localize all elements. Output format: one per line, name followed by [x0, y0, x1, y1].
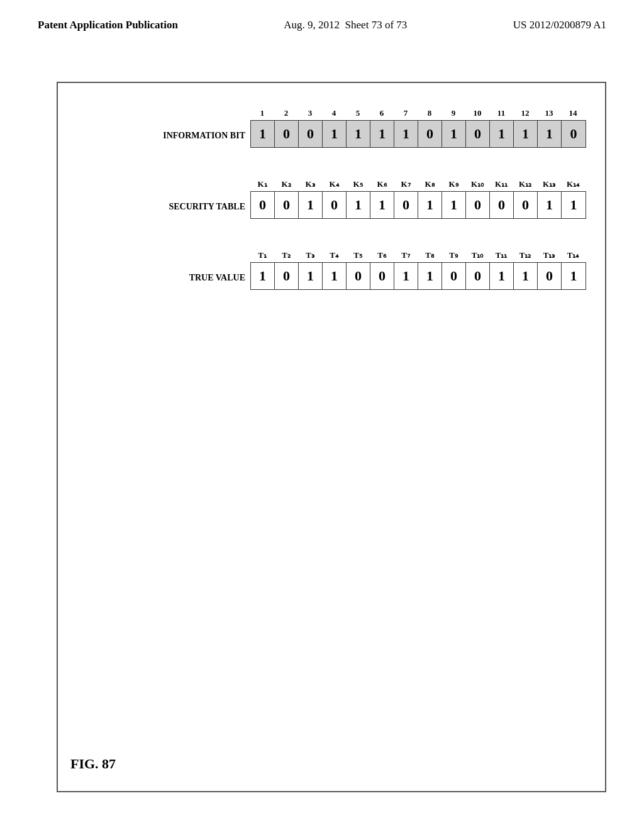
bit-cell-0: 1	[251, 121, 275, 147]
header-cell-10: 11	[489, 108, 513, 120]
header-cell-5: 6	[370, 108, 394, 120]
header-cell-11: K₁₂	[513, 179, 537, 191]
page-header: Patent Application Publication Aug. 9, 2…	[0, 0, 644, 33]
bit-cell-10: 1	[490, 263, 514, 289]
header-cell-1: K₂	[274, 179, 298, 191]
header-cell-8: T₉	[441, 250, 465, 262]
bit-cell-9: 0	[466, 192, 490, 218]
publication-date: Aug. 9, 2012 Sheet 73 of 73	[284, 18, 407, 33]
header-cell-4: 5	[346, 108, 370, 120]
header-cell-10: T₁₁	[489, 250, 513, 262]
bit-cell-6: 1	[394, 263, 418, 289]
publication-number: US 2012/0200879 A1	[513, 18, 606, 33]
table-label-true-value: TRUE VALUE	[189, 273, 245, 290]
bit-cell-7: 0	[418, 121, 442, 147]
header-cell-3: K₄	[322, 179, 346, 191]
header-cell-11: 12	[513, 108, 537, 120]
bit-table-information-bit: 123456789101112131410011110101110	[250, 108, 586, 148]
bit-cell-3: 1	[323, 263, 347, 289]
figure-label: FIG. 87	[70, 756, 116, 772]
bit-cell-9: 0	[466, 263, 490, 289]
header-cell-1: 2	[274, 108, 298, 120]
header-cell-10: K₁₁	[489, 179, 513, 191]
table-group-security-table: SECURITY TABLEK₁K₂K₃K₄K₅K₆K₇K₈K₉K₁₀K₁₁K₁…	[169, 179, 586, 219]
bit-cell-11: 1	[514, 263, 538, 289]
header-cell-6: 7	[394, 108, 418, 120]
bit-cell-4: 0	[347, 263, 370, 289]
bit-cell-3: 0	[323, 192, 347, 218]
bit-cell-3: 1	[323, 121, 347, 147]
bit-cell-5: 1	[370, 192, 394, 218]
header-cell-5: K₆	[370, 179, 394, 191]
header-cell-2: 3	[298, 108, 322, 120]
data-row-security-table: 00101101100011	[250, 191, 586, 219]
header-row-true-value: T₁T₂T₃T₄T₅T₆T₇T₈T₉T₁₀T₁₁T₁₂T₁₃T₁₄	[250, 250, 586, 262]
header-cell-5: T₆	[370, 250, 394, 262]
bit-cell-0: 0	[251, 192, 275, 218]
header-cell-9: K₁₀	[465, 179, 489, 191]
header-cell-7: 8	[418, 108, 441, 120]
bit-cell-6: 0	[394, 192, 418, 218]
header-cell-8: 9	[441, 108, 465, 120]
header-cell-13: 14	[561, 108, 585, 120]
bit-cell-5: 0	[370, 263, 394, 289]
bit-cell-5: 1	[370, 121, 394, 147]
header-cell-1: T₂	[274, 250, 298, 262]
bit-table-true-value: T₁T₂T₃T₄T₅T₆T₇T₈T₉T₁₀T₁₁T₁₂T₁₃T₁₄1011001…	[250, 250, 586, 290]
bit-cell-1: 0	[275, 192, 299, 218]
header-cell-3: 4	[322, 108, 346, 120]
header-cell-12: K₁₃	[537, 179, 561, 191]
header-cell-6: K₇	[394, 179, 418, 191]
data-row-information-bit: 10011110101110	[250, 120, 586, 148]
header-cell-0: 1	[250, 108, 274, 120]
table-label-security-table: SECURITY TABLE	[169, 202, 245, 219]
bit-cell-8: 0	[442, 263, 466, 289]
header-cell-7: T₈	[418, 250, 441, 262]
header-row-information-bit: 1234567891011121314	[250, 108, 586, 120]
bit-cell-12: 1	[538, 121, 562, 147]
header-cell-13: T₁₄	[561, 250, 585, 262]
data-row-true-value: 10110011001101	[250, 262, 586, 290]
header-cell-12: T₁₃	[537, 250, 561, 262]
bit-cell-7: 1	[418, 263, 442, 289]
header-cell-9: 10	[465, 108, 489, 120]
header-cell-4: T₅	[346, 250, 370, 262]
bit-cell-12: 0	[538, 263, 562, 289]
table-group-information-bit: INFORMATION BIT1234567891011121314100111…	[163, 108, 586, 148]
bit-cell-2: 1	[299, 192, 323, 218]
bit-cell-8: 1	[442, 192, 466, 218]
header-cell-12: 13	[537, 108, 561, 120]
table-group-true-value: TRUE VALUET₁T₂T₃T₄T₅T₆T₇T₈T₉T₁₀T₁₁T₁₂T₁₃…	[189, 250, 586, 290]
bit-cell-4: 1	[347, 121, 370, 147]
bit-cell-12: 1	[538, 192, 562, 218]
header-cell-7: K₈	[418, 179, 441, 191]
bit-cell-0: 1	[251, 263, 275, 289]
bit-cell-7: 1	[418, 192, 442, 218]
header-cell-13: K₁₄	[561, 179, 585, 191]
bit-cell-10: 0	[490, 192, 514, 218]
header-cell-6: T₇	[394, 250, 418, 262]
bit-cell-1: 0	[275, 121, 299, 147]
bit-cell-9: 0	[466, 121, 490, 147]
bit-cell-10: 1	[490, 121, 514, 147]
bit-cell-4: 1	[347, 192, 370, 218]
header-cell-2: T₃	[298, 250, 322, 262]
bit-cell-13: 0	[562, 121, 586, 147]
bit-cell-13: 1	[562, 263, 586, 289]
header-cell-0: K₁	[250, 179, 274, 191]
bit-cell-8: 1	[442, 121, 466, 147]
header-cell-0: T₁	[250, 250, 274, 262]
bit-table-security-table: K₁K₂K₃K₄K₅K₆K₇K₈K₉K₁₀K₁₁K₁₂K₁₃K₁₄0010110…	[250, 179, 586, 219]
header-cell-4: K₅	[346, 179, 370, 191]
tables-container: INFORMATION BIT1234567891011121314100111…	[70, 102, 592, 290]
header-cell-3: T₄	[322, 250, 346, 262]
header-cell-2: K₃	[298, 179, 322, 191]
figure-area: FIG. 87 INFORMATION BIT12345678910111213…	[57, 82, 606, 792]
header-cell-8: K₉	[441, 179, 465, 191]
bit-cell-1: 0	[275, 263, 299, 289]
publication-title: Patent Application Publication	[38, 18, 178, 33]
bit-cell-13: 1	[562, 192, 586, 218]
bit-cell-2: 1	[299, 263, 323, 289]
header-cell-11: T₁₂	[513, 250, 537, 262]
bit-cell-2: 0	[299, 121, 323, 147]
